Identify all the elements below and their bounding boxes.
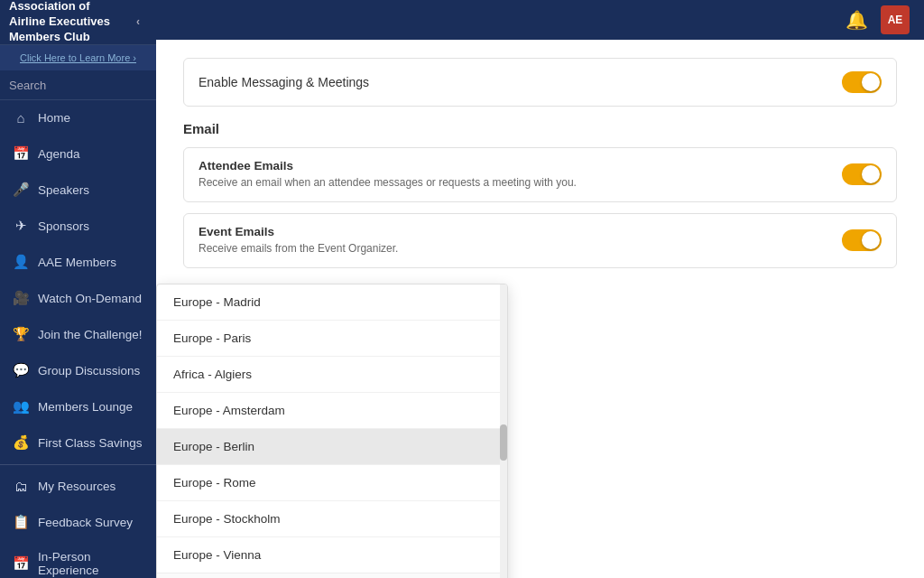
sidebar-collapse-icon[interactable]: ‹ (129, 14, 147, 32)
attendee-emails-toggle[interactable] (842, 163, 882, 185)
sidebar-item-label: Watch On-Demand (38, 292, 142, 305)
attendee-emails-desc: Receive an email when an attendee messag… (199, 175, 577, 191)
home-icon: ⌂ (13, 110, 29, 126)
join-challenge-icon: 🏆 (13, 326, 29, 342)
timezone-dropdown: Europe - MadridEurope - ParisAfrica - Al… (156, 284, 508, 578)
sidebar-item-label: Speakers (38, 183, 89, 197)
learn-more-link[interactable]: Click Here to Learn More › (0, 45, 156, 70)
sidebar-item-label: First Class Savings (38, 436, 143, 450)
dropdown-item-algiers[interactable]: Africa - Algiers (157, 357, 507, 393)
sponsors-icon: ✈ (13, 218, 29, 234)
event-emails-toggle[interactable] (842, 229, 882, 251)
in-person-experience-icon: 📅 (13, 555, 29, 572)
event-emails-desc: Receive emails from the Event Organizer. (199, 241, 398, 256)
dropdown-item-vienna[interactable]: Europe - Vienna (157, 537, 507, 573)
sidebar-item-aae-members[interactable]: 👤AAE Members (0, 244, 156, 280)
watch-on-demand-icon: 🎥 (13, 290, 29, 306)
event-emails-title: Event Emails (199, 225, 398, 238)
sidebar-nav: ⌂Home📅Agenda🎤Speakers✈Sponsors👤AAE Membe… (0, 100, 156, 578)
attendee-emails-card: Attendee Emails Receive an email when an… (183, 147, 897, 202)
main-wrapper: 🔔 AE Enable Messaging & Meetings Email A… (156, 0, 924, 578)
sidebar-item-label: My Resources (38, 480, 116, 493)
sidebar-item-label: In-Person Experience (38, 550, 143, 577)
sidebar-item-label: Members Lounge (38, 400, 133, 414)
sidebar-item-my-resources[interactable]: 🗂My Resources (0, 469, 156, 504)
sidebar-item-label: Group Discussions (38, 364, 140, 378)
main-content: Enable Messaging & Meetings Email Attend… (156, 40, 924, 578)
sidebar-item-join-challenge[interactable]: 🏆Join the Challenge! (0, 316, 156, 352)
sidebar: Association of Airline Executives Member… (0, 0, 156, 578)
messaging-toggle[interactable] (842, 71, 882, 93)
sidebar-item-label: Feedback Survey (38, 516, 133, 529)
sidebar-item-first-class-savings[interactable]: 💰First Class Savings (0, 424, 156, 461)
sidebar-item-agenda[interactable]: 📅Agenda (0, 135, 156, 172)
dropdown-item-stockholm[interactable]: Europe - Stockholm (157, 501, 507, 537)
scrollbar-track (500, 284, 507, 578)
dropdown-item-madrid[interactable]: Europe - Madrid (157, 284, 507, 321)
my-resources-icon: 🗂 (13, 479, 29, 494)
email-section-title: Email (183, 121, 897, 136)
sidebar-item-in-person-experience[interactable]: 📅In-Person Experience (0, 540, 156, 578)
sidebar-item-label: Sponsors (38, 219, 89, 233)
attendee-emails-title: Attendee Emails (199, 159, 577, 172)
aae-members-icon: 👤 (13, 254, 29, 270)
sidebar-item-sponsors[interactable]: ✈Sponsors (0, 208, 156, 244)
sidebar-header: Association of Airline Executives Member… (0, 0, 156, 45)
sidebar-item-members-lounge[interactable]: 👥Members Lounge (0, 388, 156, 424)
group-discussions-icon: 💬 (13, 362, 29, 378)
dropdown-item-rome[interactable]: Europe - Rome (157, 465, 507, 501)
sidebar-item-label: Home (38, 111, 70, 125)
messaging-toggle-label: Enable Messaging & Meetings (199, 75, 369, 89)
first-class-savings-icon: 💰 (13, 434, 29, 451)
avatar[interactable]: AE (881, 5, 910, 34)
event-emails-card: Event Emails Receive emails from the Eve… (183, 213, 897, 268)
messaging-toggle-row: Enable Messaging & Meetings (183, 58, 897, 107)
dropdown-item-paris[interactable]: Europe - Paris (157, 321, 507, 357)
dropdown-item-berlin[interactable]: Europe - Berlin (157, 429, 507, 465)
sidebar-item-label: AAE Members (38, 256, 116, 269)
sidebar-item-label: Agenda (38, 147, 80, 161)
feedback-survey-icon: 📋 (13, 514, 29, 530)
search-container: 🔍 (0, 70, 156, 100)
notification-icon[interactable]: 🔔 (845, 9, 868, 31)
topbar: 🔔 AE (156, 0, 924, 40)
scrollbar-thumb[interactable] (500, 424, 507, 461)
dropdown-item-amsterdam[interactable]: Europe - Amsterdam (157, 393, 507, 429)
dropdown-footer: GMT+02:00 (157, 573, 507, 578)
sidebar-item-watch-on-demand[interactable]: 🎥Watch On-Demand (0, 280, 156, 316)
agenda-icon: 📅 (13, 145, 29, 162)
sidebar-item-group-discussions[interactable]: 💬Group Discussions (0, 352, 156, 388)
search-input[interactable] (9, 79, 156, 92)
sidebar-item-feedback-survey[interactable]: 📋Feedback Survey (0, 504, 156, 540)
speakers-icon: 🎤 (13, 182, 29, 198)
sidebar-item-home[interactable]: ⌂Home (0, 100, 156, 135)
dropdown-items-container: Europe - MadridEurope - ParisAfrica - Al… (157, 284, 507, 573)
members-lounge-icon: 👥 (13, 398, 29, 415)
app-title: Association of Airline Executives Member… (9, 0, 129, 45)
sidebar-item-speakers[interactable]: 🎤Speakers (0, 172, 156, 208)
sidebar-item-label: Join the Challenge! (38, 328, 143, 341)
